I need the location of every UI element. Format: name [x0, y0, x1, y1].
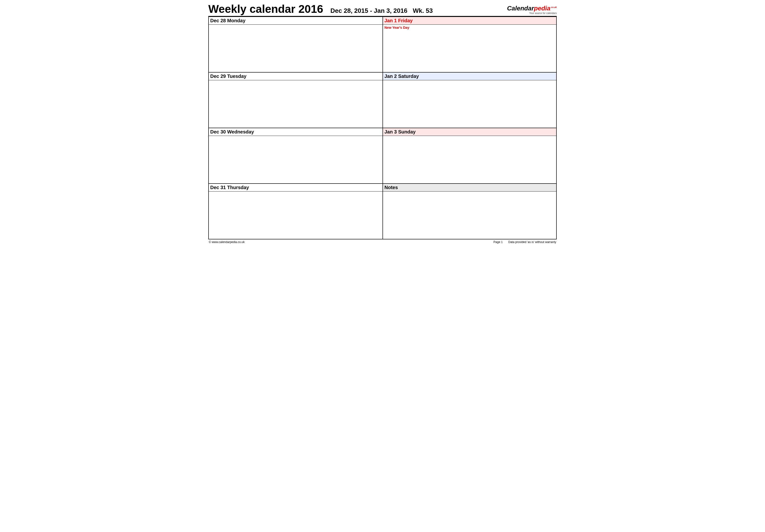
week-number: Wk. 53 — [413, 7, 432, 14]
page-footer: © www.calendarpedia.co.uk Page 1 Data pr… — [208, 240, 557, 244]
calendar-grid: Dec 28 Monday Jan 1 Friday New Year's Da… — [208, 16, 557, 240]
notes-cell: Notes — [382, 183, 556, 239]
footer-disclaimer: Data provided 'as is' without warranty — [508, 241, 556, 244]
day-cell-wednesday: Dec 30 Wednesday — [209, 128, 382, 183]
footer-page: Page 1 — [493, 241, 503, 244]
day-cell-thursday: Dec 31 Thursday — [209, 183, 382, 239]
logo-part2: pedia — [534, 5, 550, 12]
footer-right: Page 1 Data provided 'as is' without war… — [489, 241, 556, 244]
notes-head: Notes — [383, 184, 556, 192]
day-body — [209, 80, 382, 128]
day-cell-saturday: Jan 2 Saturday — [382, 72, 556, 128]
day-body: New Year's Day — [383, 25, 556, 72]
day-head: Dec 31 Thursday — [209, 184, 382, 192]
footer-copyright: © www.calendarpedia.co.uk — [209, 241, 245, 244]
day-head: Jan 1 Friday — [383, 17, 556, 25]
day-body — [383, 80, 556, 128]
day-body — [209, 192, 382, 239]
header-left: Weekly calendar 2016 Dec 28, 2015 - Jan … — [208, 3, 433, 15]
day-head: Jan 2 Saturday — [383, 73, 556, 80]
day-cell-tuesday: Dec 29 Tuesday — [209, 72, 382, 128]
day-head: Jan 3 Sunday — [383, 128, 556, 136]
page-header: Weekly calendar 2016 Dec 28, 2015 - Jan … — [208, 2, 557, 16]
brand-logo: Calendarpedia.co.uk Your source for cale… — [507, 5, 557, 15]
date-range-block: Dec 28, 2015 - Jan 3, 2016 Wk. 53 — [331, 7, 433, 15]
logo-suffix: .co.uk — [550, 6, 557, 9]
logo-part1: Calendar — [507, 5, 534, 12]
logo-tagline: Your source for calendars — [507, 12, 557, 15]
page-title: Weekly calendar 2016 — [208, 3, 323, 15]
day-head: Dec 29 Tuesday — [209, 73, 382, 80]
day-head: Dec 30 Wednesday — [209, 128, 382, 136]
date-range: Dec 28, 2015 - Jan 3, 2016 — [331, 7, 407, 14]
logo-text: Calendarpedia.co.uk — [507, 5, 557, 12]
day-cell-monday: Dec 28 Monday — [209, 16, 382, 72]
day-cell-sunday: Jan 3 Sunday — [382, 128, 556, 183]
day-body — [209, 136, 382, 183]
day-body — [383, 136, 556, 183]
day-head: Dec 28 Monday — [209, 17, 382, 25]
notes-body — [383, 192, 556, 239]
day-body — [209, 25, 382, 72]
day-cell-friday: Jan 1 Friday New Year's Day — [382, 16, 556, 72]
